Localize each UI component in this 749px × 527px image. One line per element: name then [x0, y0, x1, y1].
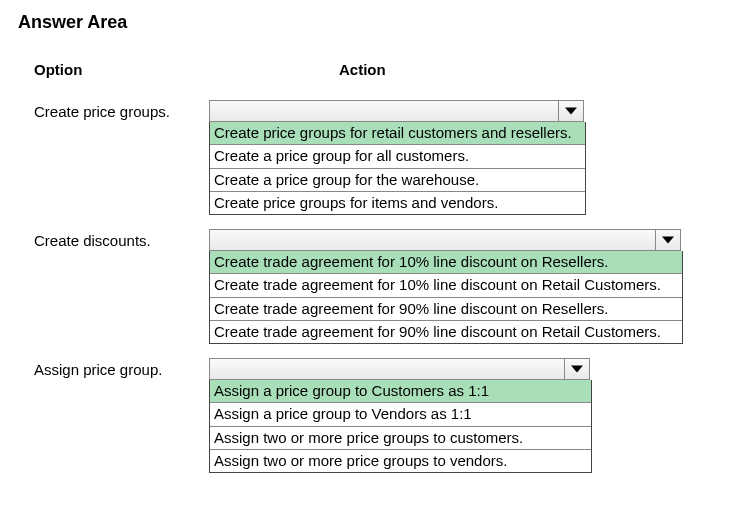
- dropdown-option[interactable]: Assign a price group to Customers as 1:1: [210, 380, 591, 403]
- dropdown-option[interactable]: Assign two or more price groups to vendo…: [210, 450, 591, 472]
- svg-marker-1: [662, 236, 674, 243]
- header-option: Option: [18, 61, 209, 78]
- dropdown-arrow-icon[interactable]: [564, 359, 589, 379]
- dropdown-option[interactable]: Create trade agreement for 10% line disc…: [210, 274, 682, 297]
- option-label: Create discounts.: [18, 229, 209, 249]
- dropdown-option[interactable]: Create trade agreement for 10% line disc…: [210, 251, 682, 274]
- dropdown-option[interactable]: Create a price group for all customers.: [210, 145, 585, 168]
- dropdown-options-list: Create price groups for retail customers…: [209, 122, 586, 215]
- option-label: Assign price group.: [18, 358, 209, 378]
- dropdown-option[interactable]: Create trade agreement for 90% line disc…: [210, 298, 682, 321]
- dropdown-closed[interactable]: [209, 100, 584, 122]
- dropdown-closed[interactable]: [209, 358, 590, 380]
- dropdown-option[interactable]: Create price groups for items and vendor…: [210, 192, 585, 214]
- header-action: Action: [209, 61, 386, 78]
- dropdown-arrow-icon[interactable]: [655, 230, 680, 250]
- dropdown-option[interactable]: Assign two or more price groups to custo…: [210, 427, 591, 450]
- row-assign-price-group: Assign price group. Assign a price group…: [18, 358, 731, 473]
- dropdown-closed[interactable]: [209, 229, 681, 251]
- dropdown-option[interactable]: Create trade agreement for 90% line disc…: [210, 321, 682, 343]
- svg-marker-2: [571, 365, 583, 372]
- dropdown-option[interactable]: Assign a price group to Vendors as 1:1: [210, 403, 591, 426]
- row-create-price-groups: Create price groups. Create price groups…: [18, 100, 731, 215]
- option-label: Create price groups.: [18, 100, 209, 120]
- dropdown-options-list: Create trade agreement for 10% line disc…: [209, 251, 683, 344]
- dropdown-options-list: Assign a price group to Customers as 1:1…: [209, 380, 592, 473]
- row-create-discounts: Create discounts. Create trade agreement…: [18, 229, 731, 344]
- dropdown-option[interactable]: Create price groups for retail customers…: [210, 122, 585, 145]
- column-headers: Option Action: [18, 61, 731, 78]
- svg-marker-0: [565, 107, 577, 114]
- dropdown-arrow-icon[interactable]: [558, 101, 583, 121]
- dropdown-option[interactable]: Create a price group for the warehouse.: [210, 169, 585, 192]
- page-title: Answer Area: [18, 12, 731, 33]
